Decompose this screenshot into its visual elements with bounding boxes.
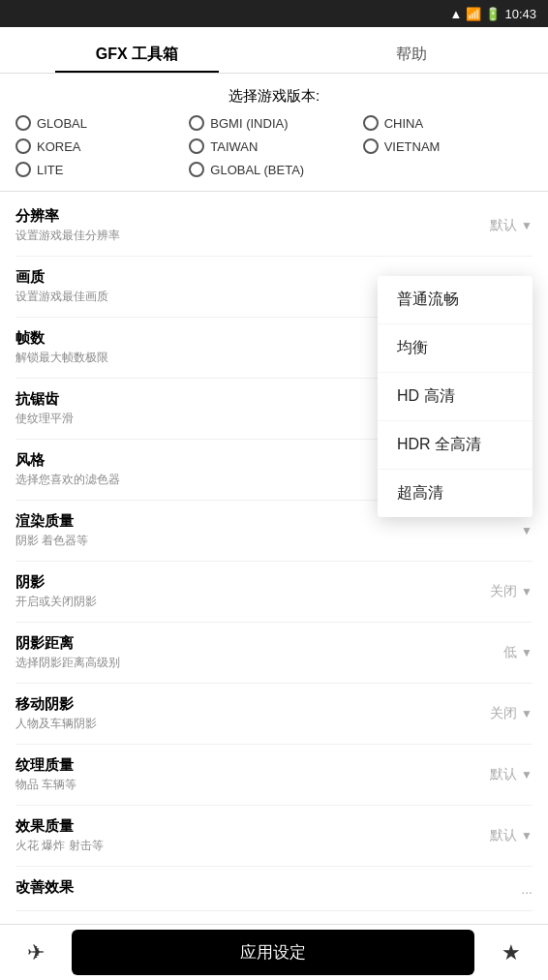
setting-moving-shadow-left: 移动阴影 人物及车辆阴影 (15, 695, 474, 732)
version-taiwan[interactable]: TAIWAN (189, 138, 358, 154)
send-icon[interactable]: ✈ (19, 933, 52, 973)
status-icons: ▲ 📶 🔋 10:43 (450, 7, 536, 21)
setting-resolution-left: 分辨率 设置游戏最佳分辨率 (15, 207, 474, 244)
divider (0, 191, 548, 192)
render-dropdown-arrow: ▼ (521, 524, 533, 537)
setting-resolution: 分辨率 设置游戏最佳分辨率 默认 ▼ (15, 196, 533, 257)
radio-china[interactable] (363, 115, 379, 131)
setting-improve-effect: 改善效果 ... (15, 867, 533, 911)
radio-korea[interactable] (15, 138, 31, 154)
bottom-nav: ✈ 应用设定 ★ (0, 924, 548, 980)
settings-list: 分辨率 设置游戏最佳分辨率 默认 ▼ 画质 设置游戏最佳画质 ▼ 普通流畅 均衡… (0, 196, 548, 911)
status-bar: ▲ 📶 🔋 10:43 (0, 0, 548, 27)
setting-render-left: 渲染质量 阴影 着色器等 (15, 512, 474, 549)
radio-vietnam[interactable] (363, 138, 379, 154)
version-china[interactable]: CHINA (363, 115, 533, 131)
setting-texture-quality-left: 纹理质量 物品 车辆等 (15, 756, 474, 793)
battery-icon: 🔋 (485, 7, 501, 21)
shadow-dist-dropdown-arrow: ▼ (521, 646, 533, 659)
setting-moving-shadow: 移动阴影 人物及车辆阴影 关闭 ▼ (15, 684, 533, 745)
setting-improve-effect-right[interactable]: ... (474, 881, 533, 897)
setting-texture-quality: 纹理质量 物品 车辆等 默认 ▼ (15, 745, 533, 806)
moving-shadow-dropdown-arrow: ▼ (521, 707, 533, 720)
radio-taiwan[interactable] (189, 138, 204, 154)
setting-shadow-right[interactable]: 关闭 ▼ (474, 583, 533, 600)
shadow-dropdown-arrow: ▼ (521, 585, 533, 598)
setting-quality: 画质 设置游戏最佳画质 ▼ 普通流畅 均衡 HD 高清 HDR 全高清 超高清 (15, 257, 533, 318)
setting-shadow-left: 阴影 开启或关闭阴影 (15, 573, 474, 610)
radio-global-beta[interactable] (189, 162, 204, 177)
version-global-beta[interactable]: GLOBAL (BETA) (189, 162, 533, 177)
tab-bar: GFX 工具箱 帮助 (0, 27, 548, 74)
star-icon[interactable]: ★ (494, 933, 529, 973)
setting-effect-quality-right[interactable]: 默认 ▼ (474, 827, 533, 844)
tab-help[interactable]: 帮助 (274, 35, 548, 73)
setting-render-right[interactable]: ▼ (474, 524, 533, 537)
setting-improve-effect-left: 改善效果 (15, 878, 474, 899)
version-grid: GLOBAL BGMI (INDIA) CHINA KOREA TAIWAN V… (15, 115, 533, 177)
radio-global[interactable] (15, 115, 31, 131)
setting-resolution-right[interactable]: 默认 ▼ (474, 217, 533, 234)
tab-gfx[interactable]: GFX 工具箱 (0, 35, 274, 73)
setting-moving-shadow-right[interactable]: 关闭 ▼ (474, 705, 533, 722)
setting-texture-quality-right[interactable]: 默认 ▼ (474, 766, 533, 783)
dropdown-ultra[interactable]: 超高清 (378, 470, 533, 517)
dropdown-balanced[interactable]: 均衡 (378, 324, 533, 373)
version-korea[interactable]: KOREA (15, 138, 185, 154)
radio-lite[interactable] (15, 162, 31, 177)
effect-quality-dropdown-arrow: ▼ (521, 829, 533, 842)
version-section: 选择游戏版本: GLOBAL BGMI (INDIA) CHINA KOREA … (0, 74, 548, 187)
dropdown-smooth[interactable]: 普通流畅 (378, 276, 533, 324)
setting-effect-quality: 效果质量 火花 爆炸 射击等 默认 ▼ (15, 806, 533, 867)
dropdown-hdr[interactable]: HDR 全高清 (378, 421, 533, 470)
setting-shadow-dist: 阴影距离 选择阴影距离高级别 低 ▼ (15, 623, 533, 684)
apply-settings-button[interactable]: 应用设定 (72, 930, 474, 975)
version-vietnam[interactable]: VIETNAM (363, 138, 533, 154)
time-display: 10:43 (504, 7, 536, 21)
setting-shadow-dist-right[interactable]: 低 ▼ (474, 644, 533, 661)
radio-bgmi[interactable] (189, 115, 204, 131)
quality-dropdown[interactable]: 普通流畅 均衡 HD 高清 HDR 全高清 超高清 (378, 276, 533, 517)
setting-shadow-dist-left: 阴影距离 选择阴影距离高级别 (15, 634, 474, 671)
version-title: 选择游戏版本: (15, 87, 533, 106)
dropdown-hd[interactable]: HD 高清 (378, 373, 533, 421)
wifi-icon: ▲ (450, 7, 463, 21)
resolution-dropdown-arrow: ▼ (521, 219, 533, 232)
signal-icon: 📶 (466, 7, 481, 21)
setting-shadow: 阴影 开启或关闭阴影 关闭 ▼ (15, 562, 533, 623)
setting-effect-quality-left: 效果质量 火花 爆炸 射击等 (15, 817, 474, 854)
version-bgmi[interactable]: BGMI (INDIA) (189, 115, 358, 131)
version-lite[interactable]: LITE (15, 162, 185, 177)
texture-quality-dropdown-arrow: ▼ (521, 768, 533, 781)
version-global[interactable]: GLOBAL (15, 115, 185, 131)
